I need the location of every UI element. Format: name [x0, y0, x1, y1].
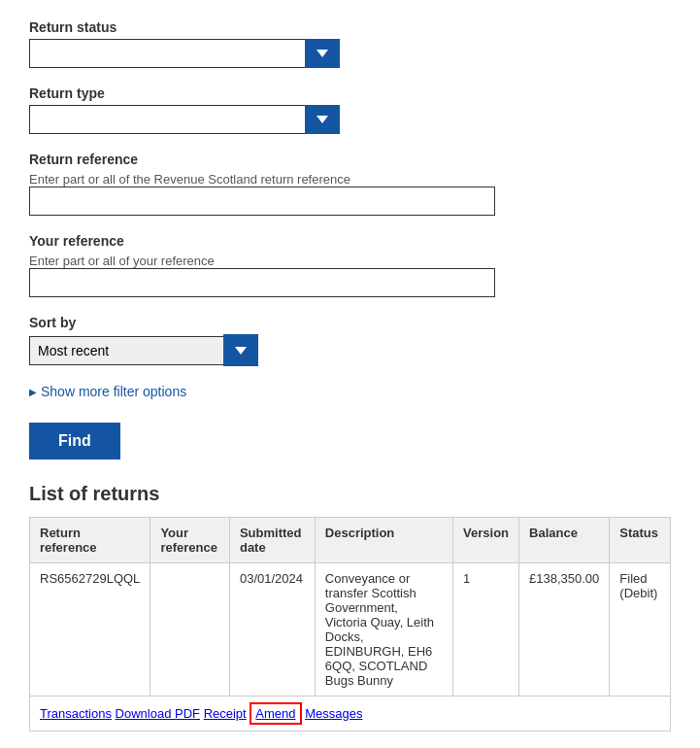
col-header-version: Version	[453, 518, 519, 563]
return-type-group: Return type	[29, 85, 671, 134]
download-pdf-link[interactable]: Download PDF	[116, 706, 200, 721]
your-reference-label: Your reference	[29, 233, 671, 249]
show-more-filters-label: Show more filter options	[41, 384, 186, 399]
return-reference-group: Return reference Enter part or all of th…	[29, 152, 671, 216]
cell-your-reference	[150, 563, 230, 697]
return-status-group: Return status	[29, 19, 671, 68]
returns-table: Return reference Your reference Submitte…	[29, 517, 671, 731]
sort-by-group: Sort by Most recent Oldest	[29, 315, 671, 366]
transactions-link[interactable]: Transactions	[40, 706, 112, 721]
col-header-balance: Balance	[519, 518, 610, 563]
return-reference-hint: Enter part or all of the Revenue Scotlan…	[29, 172, 350, 187]
return-type-label: Return type	[29, 85, 671, 101]
col-header-your-reference: Your reference	[150, 518, 230, 563]
return-status-select-wrapper[interactable]	[29, 39, 340, 68]
return-type-select[interactable]	[29, 105, 340, 134]
sort-by-label: Sort by	[29, 315, 671, 330]
sort-by-select[interactable]: Most recent Oldest	[29, 336, 223, 365]
find-button[interactable]: Find	[29, 423, 120, 459]
cell-description: Conveyance or transfer Scottish Governme…	[315, 563, 452, 697]
table-header-row: Return reference Your reference Submitte…	[30, 518, 671, 563]
amend-link[interactable]: Amend	[250, 702, 301, 725]
cell-return-reference: RS6562729LQQL	[30, 563, 150, 697]
your-reference-input[interactable]	[29, 268, 495, 297]
return-status-select[interactable]	[29, 39, 340, 68]
receipt-link[interactable]: Receipt	[204, 706, 247, 721]
sort-by-select-wrapper[interactable]: Most recent Oldest	[29, 334, 262, 366]
col-header-description: Description	[315, 518, 452, 563]
sort-by-chevron-icon	[223, 334, 258, 366]
col-header-status: Status	[610, 518, 671, 563]
cell-balance: £138,350.00	[519, 563, 610, 697]
col-header-submitted-date: Submitted date	[229, 518, 315, 563]
return-reference-label: Return reference	[29, 152, 671, 167]
list-of-returns-heading: List of returns	[29, 483, 671, 505]
cell-status: Filed (Debit)	[610, 563, 671, 697]
your-reference-hint: Enter part or all of your reference	[29, 254, 215, 268]
col-header-return-reference: Return reference	[30, 518, 150, 563]
return-status-label: Return status	[29, 19, 671, 35]
table-actions-cell: Transactions Download PDF Receipt Amend …	[30, 697, 671, 731]
cell-version: 1	[453, 563, 519, 697]
return-reference-input[interactable]	[29, 187, 495, 216]
show-more-filters-link[interactable]: Show more filter options	[29, 384, 671, 399]
messages-link[interactable]: Messages	[305, 706, 362, 721]
cell-submitted-date: 03/01/2024	[229, 563, 315, 697]
your-reference-group: Your reference Enter part or all of your…	[29, 233, 671, 297]
return-type-select-wrapper[interactable]	[29, 105, 340, 134]
table-actions-row: Transactions Download PDF Receipt Amend …	[30, 697, 671, 731]
table-row: RS6562729LQQL 03/01/2024 Conveyance or t…	[30, 563, 671, 697]
